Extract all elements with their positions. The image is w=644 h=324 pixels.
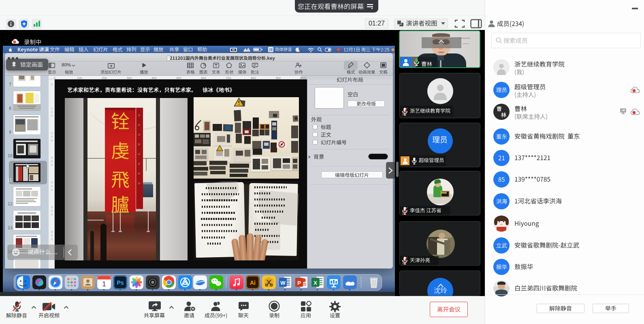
svg-text:P: P [297, 280, 301, 286]
svg-text:W: W [280, 280, 286, 286]
svg-text:X: X [313, 280, 317, 286]
svg-text:Ai: Ai [250, 279, 256, 286]
svg-text:1: 1 [102, 280, 106, 288]
svg-text:Ps: Ps [117, 279, 124, 286]
